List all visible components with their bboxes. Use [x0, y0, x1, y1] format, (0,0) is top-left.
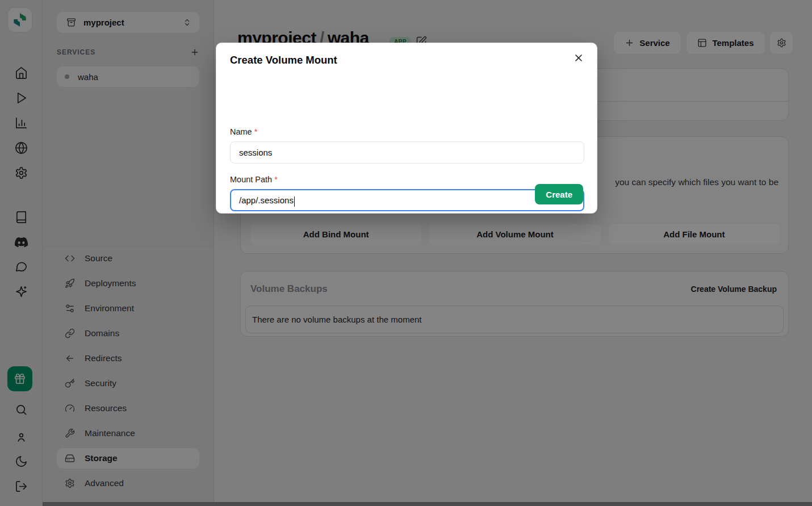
- required-marker: *: [254, 127, 258, 136]
- name-field-label: Name*: [230, 127, 257, 136]
- create-volume-mount-dialog: Create Volume Mount Name* sessions Mount…: [216, 43, 597, 214]
- name-input-value: sessions: [239, 148, 272, 157]
- dialog-title: Create Volume Mount: [230, 54, 337, 66]
- mount-path-field-label: Mount Path*: [230, 175, 278, 184]
- close-icon[interactable]: [573, 52, 584, 64]
- mount-path-input[interactable]: /app/.sessions: [230, 189, 584, 211]
- text-caret: [294, 196, 295, 207]
- create-button[interactable]: Create: [535, 184, 583, 204]
- mount-path-input-value: /app/.sessions: [239, 195, 294, 205]
- app-window: myproject SERVICES waha Source Deploymen…: [0, 0, 812, 506]
- required-marker: *: [274, 175, 278, 184]
- name-input[interactable]: sessions: [230, 141, 584, 164]
